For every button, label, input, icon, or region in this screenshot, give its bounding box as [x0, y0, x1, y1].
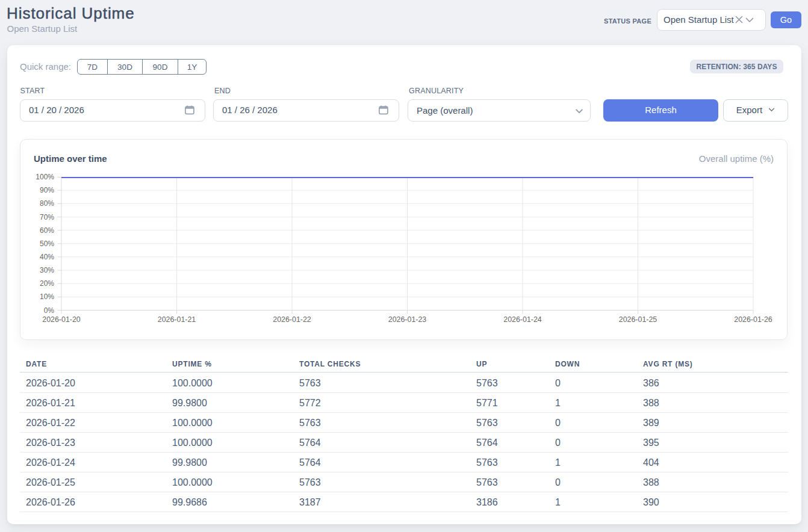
svg-text:10%: 10%: [40, 292, 54, 301]
svg-text:2026-01-24: 2026-01-24: [503, 315, 541, 324]
svg-text:100%: 100%: [36, 173, 54, 181]
svg-text:0%: 0%: [44, 306, 55, 315]
svg-text:2026-01-25: 2026-01-25: [619, 315, 657, 324]
svg-text:2026-01-26: 2026-01-26: [734, 315, 772, 324]
svg-text:2026-01-21: 2026-01-21: [158, 315, 196, 324]
svg-text:20%: 20%: [40, 279, 54, 288]
svg-text:40%: 40%: [40, 253, 54, 261]
svg-text:90%: 90%: [40, 186, 54, 194]
svg-text:2026-01-22: 2026-01-22: [273, 315, 311, 324]
svg-text:2026-01-20: 2026-01-20: [42, 315, 80, 324]
svg-text:70%: 70%: [40, 213, 54, 221]
svg-text:60%: 60%: [40, 226, 54, 235]
svg-text:80%: 80%: [40, 199, 54, 208]
svg-text:2026-01-23: 2026-01-23: [388, 315, 426, 324]
svg-text:30%: 30%: [40, 266, 54, 274]
svg-text:50%: 50%: [40, 240, 54, 248]
